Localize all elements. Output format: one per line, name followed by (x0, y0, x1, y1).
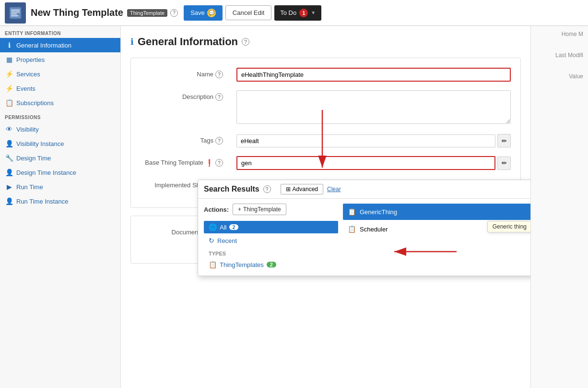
result-scheduler[interactable]: 📋 Scheduler ℹ Generic thing (343, 221, 530, 237)
thing-template-label: ThingTemplate (243, 206, 281, 213)
sidebar-item-run-time[interactable]: ▶ Run Time (0, 180, 120, 194)
sidebar-item-run-time-instance[interactable]: 👤 Run Time Instance (0, 194, 120, 208)
clear-button[interactable]: Clear (327, 186, 341, 193)
todo-button[interactable]: To Do 1 ▼ (274, 5, 321, 21)
add-thing-template-button[interactable]: + ThingTemplate (233, 204, 286, 215)
design-time-instance-icon: 👤 (5, 168, 13, 177)
name-row: Name ? (141, 68, 511, 82)
actions-row: Actions: + ThingTemplate (204, 204, 338, 215)
section-help-icon[interactable]: ? (242, 38, 249, 46)
svg-rect-2 (11, 12, 20, 12)
filter-recent[interactable]: ↻ Recent (204, 234, 338, 247)
todo-count: 1 (299, 9, 308, 17)
tags-input-group: ✏ (236, 134, 511, 147)
sidebar-item-visibility-instance[interactable]: 👤 Visibility Instance (0, 136, 120, 151)
top-bar: New Thing Template ThingTemplate ? Save … (0, 0, 588, 26)
globe-icon: 🌐 (209, 223, 217, 231)
base-thing-input-group: ✏ (236, 156, 511, 170)
type-thing-templates[interactable]: 📋 ThingTemplates 2 (204, 258, 338, 271)
sidebar-item-label: Visibility Instance (16, 140, 64, 147)
description-field (236, 90, 511, 125)
result-generic-thing-label: GenericThing (360, 208, 527, 216)
content-area: ℹ General Information ? Name ? Descripti… (121, 26, 530, 388)
value-label: Value (536, 73, 583, 80)
type-thing-templates-count: 2 (267, 262, 276, 267)
svg-rect-4 (11, 15, 18, 16)
sidebar: ENTITY INFORMATION ℹ General Information… (0, 26, 121, 388)
sidebar-item-label: General Information (16, 42, 71, 49)
popup-left-panel: Actions: + ThingTemplate 🌐 All 2 (204, 204, 338, 271)
sidebar-item-design-time[interactable]: 🔧 Design Time (0, 151, 120, 165)
home-label: Home M (536, 31, 583, 37)
main-layout: ENTITY INFORMATION ℹ General Information… (0, 26, 588, 388)
filter-all-count: 2 (229, 224, 238, 230)
description-input[interactable] (236, 90, 511, 124)
tags-field: ✏ (236, 134, 511, 147)
plus-icon: + (238, 206, 241, 213)
section-header: ℹ General Information ? (130, 36, 521, 48)
tags-edit-button[interactable]: ✏ (497, 134, 511, 147)
base-thing-help-icon[interactable]: ? (215, 159, 223, 167)
filter-all[interactable]: 🌐 All 2 (204, 221, 338, 233)
sidebar-item-label: Events (16, 85, 35, 92)
name-field (236, 68, 511, 82)
svg-rect-1 (11, 10, 20, 11)
base-thing-input[interactable] (236, 156, 495, 170)
last-modified-label: Last Modifi (536, 52, 583, 59)
search-results-popup: Search Results ? ⊞ Advanced Clear × Acti… (198, 180, 530, 276)
name-input[interactable] (236, 68, 511, 82)
base-thing-edit-button[interactable]: ✏ (497, 157, 511, 170)
base-thing-field: ✏ (236, 156, 511, 170)
visibility-instance-icon: 👤 (5, 139, 13, 148)
permissions-section-title: PERMISSIONS (0, 110, 120, 122)
generic-thing-icon: 📋 (348, 208, 356, 216)
sidebar-item-label: Services (16, 71, 40, 78)
sidebar-item-subscriptions[interactable]: 📋 Subscriptions (0, 96, 120, 110)
sidebar-item-properties[interactable]: ▦ Properties (0, 52, 120, 67)
sidebar-item-label: Design Time Instance (16, 169, 76, 176)
generic-thing-tooltip: Generic thing (487, 221, 530, 232)
sidebar-item-label: Design Time (16, 155, 51, 162)
sidebar-item-label: Run Time (16, 183, 43, 191)
advanced-grid-icon: ⊞ (286, 186, 291, 193)
tags-input[interactable] (236, 134, 495, 147)
filter-all-label: All (220, 224, 226, 231)
recent-icon: ↻ (209, 237, 214, 244)
sidebar-item-label: Visibility (16, 126, 39, 133)
design-time-icon: 🔧 (5, 154, 13, 162)
visibility-icon: 👁 (5, 125, 13, 133)
section-info-icon: ℹ (130, 36, 134, 47)
types-section-title: TYPES (204, 247, 338, 258)
chat-icon: 💬 (207, 9, 216, 17)
cancel-edit-button[interactable]: Cancel Edit (225, 5, 271, 20)
base-thing-label: Base Thing Template ❗ ? (141, 156, 236, 167)
sidebar-item-visibility[interactable]: 👁 Visibility (0, 122, 120, 136)
scheduler-icon: 📋 (348, 225, 356, 233)
todo-dropdown-icon: ▼ (311, 10, 316, 15)
description-row: Description ? (141, 90, 511, 125)
sidebar-item-services[interactable]: ⚡ Services (0, 67, 120, 81)
tags-row: Tags ? ✏ (141, 134, 511, 147)
result-generic-thing[interactable]: 📋 GenericThing ℹ (343, 204, 530, 220)
description-help-icon[interactable]: ? (215, 93, 223, 101)
run-time-icon: ▶ (5, 182, 13, 191)
sidebar-item-design-time-instance[interactable]: 👤 Design Time Instance (0, 165, 120, 180)
sidebar-item-events[interactable]: ⚡ Events (0, 81, 120, 96)
events-icon: ⚡ (5, 84, 13, 93)
base-thing-row: Base Thing Template ❗ ? ✏ (141, 156, 511, 170)
properties-icon: ▦ (5, 55, 13, 64)
title-help-icon[interactable]: ? (170, 9, 178, 17)
filter-recent-label: Recent (217, 237, 237, 244)
run-time-instance-icon: 👤 (5, 197, 13, 206)
svg-rect-0 (10, 7, 21, 19)
save-button[interactable]: Save 💬 (184, 5, 223, 21)
sidebar-item-label: Subscriptions (16, 99, 54, 107)
advanced-button[interactable]: ⊞ Advanced (281, 184, 323, 194)
sidebar-item-general-information[interactable]: ℹ General Information (0, 38, 120, 52)
todo-label: To Do (280, 9, 296, 16)
popup-help-icon[interactable]: ? (263, 185, 271, 193)
name-help-icon[interactable]: ? (215, 71, 223, 78)
popup-body: Actions: + ThingTemplate 🌐 All 2 (198, 199, 530, 271)
type-thing-templates-label: ThingTemplates (220, 261, 264, 268)
tags-help-icon[interactable]: ? (215, 137, 223, 145)
